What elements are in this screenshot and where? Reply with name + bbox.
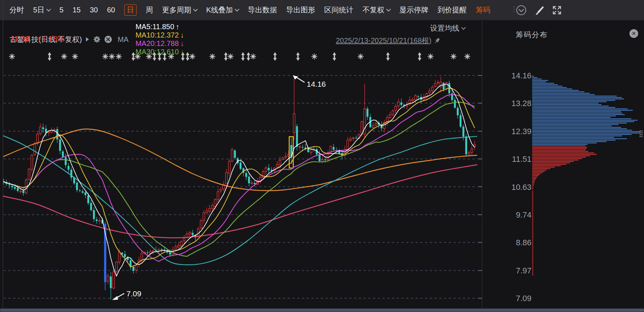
chip-price-label: 13.28 bbox=[511, 99, 531, 108]
updown-arrow-event-icon bbox=[186, 52, 189, 61]
toolbar-item-分时[interactable]: 分时 bbox=[9, 5, 24, 15]
toolbar-item-筹码[interactable]: 筹码 bbox=[476, 5, 490, 15]
indicator-settings-gear-icon[interactable] bbox=[93, 35, 101, 43]
chip-price-label: 12.39 bbox=[511, 127, 531, 136]
chip-panel-title: 筹码分布 bbox=[516, 30, 548, 40]
svg-text:14.16: 14.16 bbox=[307, 80, 326, 88]
price-change-pct: +1.18% bbox=[37, 34, 64, 43]
chip-price-label: 7.97 bbox=[516, 266, 531, 275]
chevron-down-icon bbox=[235, 7, 239, 12]
toolbar-item-区间统计[interactable]: 区间统计 bbox=[324, 5, 353, 15]
chip-price-label: 11.51 bbox=[512, 155, 531, 164]
updown-arrow-event-icon bbox=[224, 52, 228, 61]
chevron-down-icon bbox=[386, 7, 391, 12]
ma60-line bbox=[3, 136, 477, 265]
main-chart-region: 14.167.09 古鳌科技(日线,不复权) MA MA5:11.850↑MA1… bbox=[0, 20, 482, 308]
toolbar-item-不复权[interactable]: 不复权 bbox=[362, 5, 390, 15]
pin-icon bbox=[433, 37, 441, 44]
star-event-icon bbox=[209, 54, 215, 59]
panel-resize-handle bbox=[640, 130, 643, 137]
collapse-toolbar-icon[interactable] bbox=[516, 5, 527, 16]
updown-arrow-event-icon bbox=[241, 52, 245, 61]
chip-distribution-canvas[interactable]: 14.1613.2812.3911.5110.639.748.867.977.0… bbox=[482, 20, 644, 308]
chip-distribution-panel: 14.1613.2812.3911.5110.639.748.867.977.0… bbox=[482, 20, 644, 308]
chip-price-label: 7.09 bbox=[516, 294, 531, 303]
toolbar-item-5[interactable]: 5 bbox=[59, 6, 63, 14]
toolbar: 分时5日5153060日周更多周期K线叠加导出数据导出图形区间统计不复权显示停牌… bbox=[0, 0, 644, 20]
chip-price-label: 14.16 bbox=[511, 71, 531, 80]
star-event-icon bbox=[428, 54, 433, 59]
svg-text:7.09: 7.09 bbox=[126, 289, 141, 298]
updown-arrow-event-icon bbox=[296, 52, 300, 61]
window-left-edge bbox=[3, 0, 3, 308]
toolbar-item-30[interactable]: 30 bbox=[90, 6, 98, 14]
expand-indicator-icon[interactable] bbox=[86, 37, 89, 42]
fullscreen-icon[interactable] bbox=[551, 5, 562, 16]
updown-arrow-event-icon bbox=[386, 52, 390, 61]
updown-arrow-event-icon bbox=[247, 52, 250, 61]
chevron-down-icon bbox=[46, 7, 51, 12]
ma-values: MA5:11.850↑MA10:12.372↓MA20:12.788↓MA30:… bbox=[132, 23, 184, 56]
toolbar-item-日[interactable]: 日 bbox=[124, 4, 137, 16]
ma-pink-line bbox=[3, 165, 477, 238]
last-price-display: 11.96 +1.18% bbox=[10, 34, 64, 44]
last-price: 11.96 bbox=[10, 34, 30, 43]
star-event-icon bbox=[358, 54, 364, 59]
toolbar-item-显示停牌[interactable]: 显示停牌 bbox=[399, 5, 428, 15]
ma-value-MA20: MA20:12.788↓ bbox=[136, 39, 184, 48]
star-event-icon bbox=[250, 54, 256, 59]
updown-arrow-event-icon bbox=[333, 52, 336, 61]
ma-group-label: MA bbox=[118, 35, 129, 44]
chip-price-label: 10.63 bbox=[511, 183, 531, 192]
remove-indicator-icon[interactable] bbox=[104, 35, 112, 43]
stock-app-window: 分时5日5153060日周更多周期K线叠加导出数据导出图形区间统计不复权显示停牌… bbox=[0, 0, 644, 312]
high-annotation: 14.16 bbox=[293, 75, 326, 88]
chip-price-label: 8.86 bbox=[516, 238, 531, 247]
toolbar-item-5日[interactable]: 5日 bbox=[33, 5, 50, 15]
toolbar-item-到价提醒[interactable]: 到价提醒 bbox=[437, 5, 467, 15]
chevron-down-icon bbox=[461, 25, 466, 30]
toolbar-item-周[interactable]: 周 bbox=[146, 5, 153, 15]
updown-arrow-event-icon bbox=[418, 52, 421, 61]
star-event-icon bbox=[311, 54, 317, 59]
candles bbox=[3, 75, 475, 300]
ma-value-MA30: MA30:12.610↓ bbox=[136, 48, 184, 56]
close-icon[interactable]: ✕ bbox=[629, 29, 638, 38]
candlestick-chart-canvas[interactable]: 14.167.09 bbox=[0, 20, 482, 308]
star-event-icon bbox=[228, 54, 233, 59]
toolbar-item-60[interactable]: 60 bbox=[107, 6, 115, 14]
horizontal-scrollbar[interactable] bbox=[0, 308, 644, 312]
updown-arrow-event-icon bbox=[273, 52, 277, 61]
draw-brush-icon[interactable] bbox=[534, 5, 545, 16]
star-event-icon bbox=[464, 54, 470, 59]
chevron-down-icon bbox=[193, 7, 198, 12]
toolbar-item-K线叠加[interactable]: K线叠加 bbox=[206, 5, 239, 15]
toolbar-item-更多周期[interactable]: 更多周期 bbox=[162, 5, 197, 15]
star-event-icon bbox=[451, 54, 456, 59]
date-range-link[interactable]: 2025/2/13-2025/10/21(168根) bbox=[336, 36, 441, 46]
chip-price-label: 9.74 bbox=[516, 210, 531, 219]
toolbar-item-导出图形[interactable]: 导出图形 bbox=[286, 5, 315, 15]
toolbar-item-导出数据[interactable]: 导出数据 bbox=[248, 5, 277, 15]
ma-value-MA10: MA10:12.372↓ bbox=[136, 31, 184, 39]
ma-value-MA5: MA5:11.850↑ bbox=[136, 23, 184, 31]
scrollbar-handle[interactable] bbox=[0, 309, 644, 312]
ma-settings-dropdown[interactable]: 设置均线 bbox=[430, 23, 465, 33]
star-event-icon bbox=[189, 54, 195, 59]
toolbar-item-15[interactable]: 15 bbox=[72, 6, 80, 14]
